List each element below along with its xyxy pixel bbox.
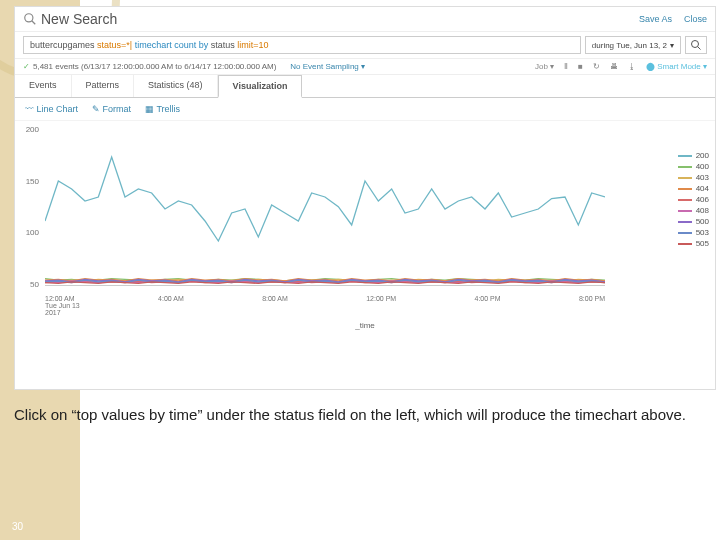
legend-item[interactable]: 503 <box>678 228 709 237</box>
chevron-down-icon: ▾ <box>670 41 674 50</box>
legend-item[interactable]: 200 <box>678 151 709 160</box>
smart-mode[interactable]: ⬤ Smart Mode ▾ <box>646 62 707 71</box>
time-range-picker[interactable]: during Tue, Jun 13, 2 ▾ <box>585 36 681 54</box>
x-axis-label: _time <box>15 321 715 332</box>
legend-item[interactable]: 406 <box>678 195 709 204</box>
tab-patterns[interactable]: Patterns <box>72 75 135 97</box>
splunk-app: New Search Save As Close buttercupgames … <box>14 6 716 390</box>
svg-line-1 <box>32 21 36 25</box>
search-icon <box>690 39 702 51</box>
header-links: Save As Close <box>639 14 707 24</box>
search-input[interactable]: buttercupgames status=*| timechart count… <box>23 36 581 54</box>
legend-item[interactable]: 404 <box>678 184 709 193</box>
legend-item[interactable]: 505 <box>678 239 709 248</box>
tabs: Events Patterns Statistics (48) Visualiz… <box>15 75 715 98</box>
search-row: buttercupgames status=*| timechart count… <box>15 32 715 59</box>
download-icon[interactable]: ⭳ <box>628 62 636 71</box>
close-link[interactable]: Close <box>684 14 707 24</box>
tab-visualization[interactable]: Visualization <box>218 75 303 98</box>
viz-toolbar: 〰 Line Chart ✎ Format ▦ Trellis <box>15 98 715 121</box>
header-row: New Search Save As Close <box>15 7 715 32</box>
sampling-dropdown[interactable]: No Event Sampling ▾ <box>290 62 365 71</box>
search-icon <box>23 12 37 26</box>
svg-point-0 <box>25 14 33 22</box>
legend-item[interactable]: 500 <box>678 217 709 226</box>
x-axis: 12:00 AMTue Jun 1320174:00 AM8:00 AM12:0… <box>45 295 605 321</box>
page-title: New Search <box>41 11 117 27</box>
status-right: Job ▾ Ⅱ ■ ↻ 🖶 ⭳ ⬤ Smart Mode ▾ <box>535 62 707 71</box>
chart-legend: 200400403404406408500503505 <box>678 151 709 250</box>
pause-icon[interactable]: Ⅱ <box>564 62 568 71</box>
chart-area: 20015010050 12:00 AMTue Jun 1320174:00 A… <box>15 121 715 321</box>
timechart-plot <box>45 125 605 286</box>
new-search-title: New Search <box>23 11 117 27</box>
tab-statistics[interactable]: Statistics (48) <box>134 75 218 97</box>
search-go-button[interactable] <box>685 36 707 54</box>
legend-item[interactable]: 403 <box>678 173 709 182</box>
legend-item[interactable]: 408 <box>678 206 709 215</box>
tab-events[interactable]: Events <box>15 75 72 97</box>
chart-type-picker[interactable]: 〰 Line Chart <box>25 104 78 114</box>
status-row: 5,481 events (6/13/17 12:00:00.000 AM to… <box>15 59 715 75</box>
events-count: 5,481 events (6/13/17 12:00:00.000 AM to… <box>23 62 276 71</box>
time-range-label: during Tue, Jun 13, 2 <box>592 41 667 50</box>
save-as-link[interactable]: Save As <box>639 14 672 24</box>
job-menu[interactable]: Job ▾ <box>535 62 554 71</box>
reload-icon[interactable]: ↻ <box>593 62 600 71</box>
stop-icon[interactable]: ■ <box>578 62 583 71</box>
status-left: 5,481 events (6/13/17 12:00:00.000 AM to… <box>23 62 365 71</box>
page-number: 30 <box>12 521 23 532</box>
svg-point-2 <box>692 41 699 48</box>
legend-item[interactable]: 400 <box>678 162 709 171</box>
trellis-button[interactable]: ▦ Trellis <box>145 104 180 114</box>
y-axis: 20015010050 <box>15 121 41 293</box>
svg-line-3 <box>698 47 701 50</box>
print-icon[interactable]: 🖶 <box>610 62 618 71</box>
format-button[interactable]: ✎ Format <box>92 104 131 114</box>
slide-caption: Click on “top values by time” under the … <box>14 406 706 425</box>
